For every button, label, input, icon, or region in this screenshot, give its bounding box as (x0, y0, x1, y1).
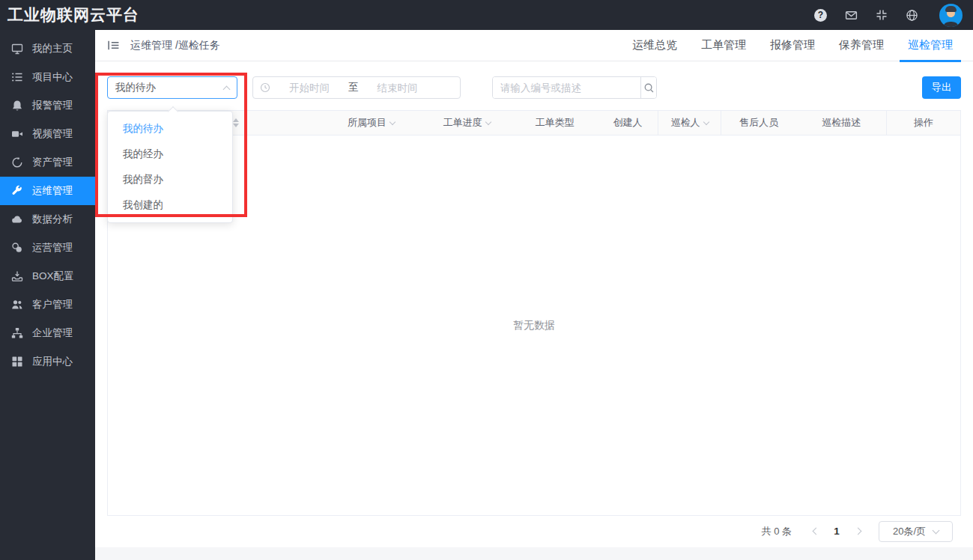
prev-page-button[interactable] (805, 521, 826, 542)
dropdown-option-my-handled[interactable]: 我的经办 (108, 141, 232, 167)
sidebar-item-home[interactable]: 我的主页 (0, 34, 95, 63)
column-label: 巡检人 (671, 116, 700, 130)
column-label: 工单类型 (536, 116, 575, 130)
table-header-row: 创建时间 所属项目 工单进度 工单类型 创建人 (108, 111, 960, 136)
sidebar-item-label: 应用中心 (32, 355, 73, 368)
date-range-separator: 至 (345, 81, 362, 94)
search-box (492, 76, 657, 99)
bottom-strip (95, 547, 973, 560)
globe-icon[interactable] (906, 9, 918, 22)
tab-repair[interactable]: 报修管理 (762, 30, 823, 61)
column-header-type: 工单类型 (512, 111, 598, 135)
column-label: 巡检描述 (822, 116, 861, 130)
column-label: 工单进度 (443, 116, 482, 130)
mail-icon[interactable] (845, 9, 858, 22)
export-button[interactable]: 导出 (922, 76, 961, 99)
sidebar-item-label: 资产管理 (32, 156, 73, 169)
date-range-picker[interactable]: 至 (252, 76, 461, 99)
sidebar-item-projects[interactable]: 项目中心 (0, 63, 95, 91)
users-icon (11, 299, 23, 311)
inspection-table: 创建时间 所属项目 工单进度 工单类型 创建人 (107, 110, 961, 516)
task-filter-value: 我的待办 (115, 81, 224, 94)
sidebar-item-enterprise[interactable]: 企业管理 (0, 319, 95, 347)
column-label: 所属项目 (348, 116, 387, 130)
sidebar-item-label: 客户管理 (32, 298, 73, 311)
tab-inspection[interactable]: 巡检管理 (900, 30, 961, 61)
search-input[interactable] (493, 77, 640, 98)
chevron-down-icon (933, 526, 940, 534)
sidebar-item-video[interactable]: 视频管理 (0, 120, 95, 148)
dropdown-option-my-created[interactable]: 我创建的 (108, 192, 232, 218)
sidebar-item-label: 报警管理 (32, 99, 73, 112)
sidebar-item-label: 运维管理 (32, 184, 73, 198)
column-header-inspector[interactable]: 巡检人 (658, 111, 721, 135)
sidebar-item-label: 企业管理 (32, 326, 73, 340)
recycle-icon (11, 156, 23, 168)
column-header-project[interactable]: 所属项目 (321, 111, 422, 135)
next-page-button[interactable] (847, 521, 868, 542)
column-header-creator: 创建人 (598, 111, 658, 135)
breadcrumb: 运维管理 /巡检任务 (130, 39, 220, 52)
search-button[interactable] (640, 77, 656, 98)
avatar-hair (945, 6, 957, 12)
user-avatar[interactable] (939, 4, 963, 27)
sidebar-item-alarms[interactable]: 报警管理 (0, 91, 95, 120)
chevron-left-icon (812, 528, 819, 535)
clock-icon (260, 82, 270, 93)
page-size-value: 20条/页 (893, 525, 926, 538)
tab-ops-overview[interactable]: 运维总览 (624, 30, 685, 61)
empty-text: 暂无数据 (513, 319, 555, 332)
start-time-input[interactable] (273, 82, 345, 94)
sidebar-item-label: BOX配置 (32, 270, 74, 283)
column-label: 创建人 (613, 116, 643, 130)
column-header-actions: 操作 (886, 111, 960, 135)
sidebar-item-ops[interactable]: 运维管理 (0, 177, 95, 205)
cloud-icon (11, 213, 23, 225)
sidebar-item-label: 项目中心 (32, 70, 73, 84)
sidebar-item-operations[interactable]: 运营管理 (0, 234, 95, 262)
column-header-aftersales: 售后人员 (721, 111, 796, 135)
coins-icon (11, 242, 23, 254)
top-tabs: 运维总览 工单管理 报修管理 保养管理 巡检管理 (616, 30, 961, 61)
sidebar-item-assets[interactable]: 资产管理 (0, 148, 95, 177)
end-time-input[interactable] (362, 82, 434, 94)
sidebar-item-box-config[interactable]: BOX配置 (0, 262, 95, 290)
breadcrumb-row: 运维管理 /巡检任务 运维总览 工单管理 报修管理 保养管理 巡检管理 (95, 30, 973, 61)
pagination-total: 共 0 条 (762, 525, 792, 538)
monitor-icon (11, 43, 23, 55)
app-root: 工业物联网云平台 ? 我的主页 (0, 0, 973, 560)
chevron-up-icon (223, 85, 231, 93)
org-tree-icon (11, 327, 23, 339)
topbar-icons: ? (814, 4, 963, 27)
sort-icon[interactable] (233, 118, 239, 127)
page-number[interactable]: 1 (826, 521, 847, 542)
topbar: 工业物联网云平台 ? (0, 0, 973, 30)
video-camera-icon (11, 128, 23, 140)
sidebar-item-label: 数据分析 (32, 213, 73, 226)
compress-icon[interactable] (876, 9, 888, 21)
column-header-description: 巡检描述 (796, 111, 886, 135)
task-filter-select[interactable]: 我的待办 (107, 76, 237, 99)
filter-chevron-icon[interactable] (485, 118, 491, 124)
sidebar-item-label: 我的主页 (32, 42, 73, 55)
avatar-torso (944, 22, 958, 27)
column-label: 操作 (914, 116, 933, 130)
filter-chevron-icon[interactable] (703, 118, 709, 124)
filter-toolbar: 我的待办 至 导出 (107, 76, 961, 99)
filter-chevron-icon[interactable] (389, 118, 395, 124)
sidebar: 我的主页 项目中心 报警管理 视频管理 资产管理 运维管理 (0, 30, 95, 560)
tab-maintenance[interactable]: 保养管理 (831, 30, 892, 61)
dropdown-option-my-todo[interactable]: 我的待办 (108, 116, 232, 141)
tab-work-orders[interactable]: 工单管理 (693, 30, 754, 61)
sidebar-item-data-analysis[interactable]: 数据分析 (0, 205, 95, 234)
help-icon[interactable]: ? (814, 9, 827, 22)
main-content: 运维管理 /巡检任务 运维总览 工单管理 报修管理 保养管理 巡检管理 我的待办 (95, 30, 973, 560)
menu-fold-icon[interactable] (107, 39, 120, 52)
page-size-select[interactable]: 20条/页 (879, 521, 953, 542)
sidebar-item-customers[interactable]: 客户管理 (0, 290, 95, 319)
sidebar-item-app-center[interactable]: 应用中心 (0, 347, 95, 376)
chevron-right-icon (854, 528, 861, 535)
column-header-progress[interactable]: 工单进度 (422, 111, 512, 135)
dropdown-option-my-supervised[interactable]: 我的督办 (108, 167, 232, 192)
bell-icon (11, 100, 23, 112)
